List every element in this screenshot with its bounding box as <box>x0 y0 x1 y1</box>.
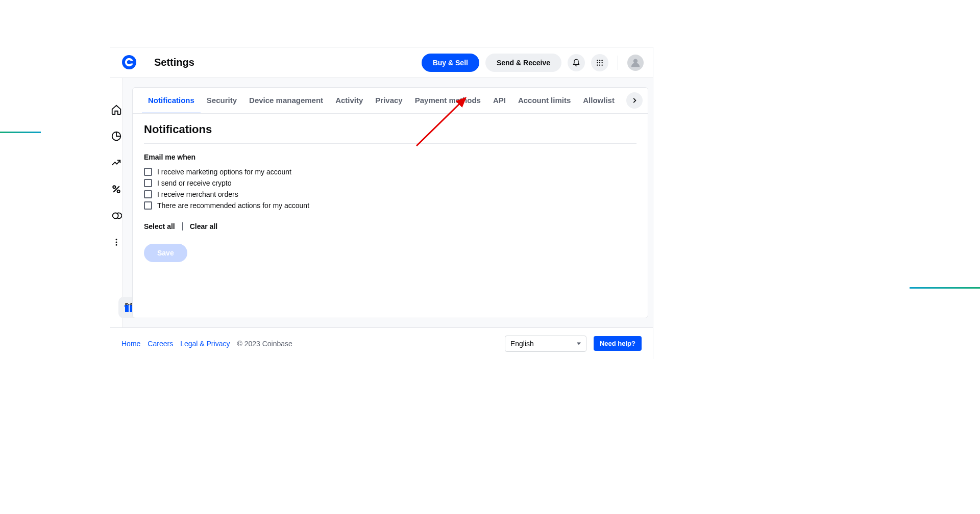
tabs-container: NotificationsSecurityDevice managementAc… <box>133 88 648 114</box>
svg-point-0 <box>122 55 136 69</box>
select-all-link[interactable]: Select all <box>144 222 175 230</box>
svg-point-14 <box>113 213 118 219</box>
main-content: NotificationsSecurityDevice managementAc… <box>123 78 653 327</box>
tab-security[interactable]: Security <box>201 88 243 113</box>
footer: Home Careers Legal & Privacy © 2023 Coin… <box>110 327 653 359</box>
circle-arrow-icon <box>111 210 122 221</box>
svg-point-12 <box>113 186 115 188</box>
divider <box>618 56 618 70</box>
tab-activity[interactable]: Activity <box>329 88 369 113</box>
sidebar-home[interactable] <box>110 104 122 116</box>
avatar-icon <box>630 58 641 68</box>
clear-all-link[interactable]: Clear all <box>190 222 217 230</box>
tab-notifications[interactable]: Notifications <box>142 88 201 113</box>
bell-icon <box>572 59 580 67</box>
svg-point-8 <box>599 64 600 65</box>
notifications-bell-button[interactable] <box>568 54 585 71</box>
app-window: Settings Buy & Sell Send & Receive <box>110 47 653 359</box>
pie-icon <box>111 131 122 142</box>
footer-link-legal[interactable]: Legal & Privacy <box>180 340 230 348</box>
save-button[interactable]: Save <box>144 244 187 262</box>
svg-point-9 <box>602 64 603 65</box>
page-title: Settings <box>154 57 194 68</box>
svg-point-4 <box>597 62 598 63</box>
svg-point-13 <box>117 190 120 193</box>
sidebar-trade[interactable] <box>110 157 122 169</box>
tab-account-limits[interactable]: Account limits <box>512 88 577 113</box>
buy-sell-button[interactable]: Buy & Sell <box>422 54 479 72</box>
sidebar-more[interactable] <box>110 236 122 248</box>
section-heading: Notifications <box>144 123 636 144</box>
footer-link-careers[interactable]: Careers <box>148 340 173 348</box>
apps-grid-button[interactable] <box>591 54 608 71</box>
sidebar-earn[interactable] <box>110 183 122 195</box>
settings-card: NotificationsSecurityDevice managementAc… <box>132 87 648 318</box>
sidebar-nav <box>110 78 123 327</box>
chevron-right-icon <box>631 97 638 104</box>
notification-option-row: I receive marketing options for my accou… <box>144 166 636 177</box>
options-list: I receive marketing options for my accou… <box>144 166 636 211</box>
brand-logo[interactable] <box>110 47 148 78</box>
svg-point-7 <box>597 64 598 65</box>
option-label: I receive merchant orders <box>157 190 238 198</box>
tabs-row: NotificationsSecurityDevice managementAc… <box>133 88 648 113</box>
notification-option-row: I receive merchant orders <box>144 189 636 200</box>
svg-point-16 <box>116 242 117 243</box>
decorative-gradient-right <box>910 287 980 289</box>
coinbase-logo-icon <box>122 55 136 69</box>
svg-point-15 <box>116 239 117 240</box>
more-vertical-icon <box>112 238 121 247</box>
checkbox[interactable] <box>144 179 152 187</box>
sidebar-assets[interactable] <box>110 130 122 142</box>
notification-option-row: I send or receive crypto <box>144 177 636 189</box>
tab-privacy[interactable]: Privacy <box>369 88 408 113</box>
tab-device-management[interactable]: Device management <box>243 88 329 113</box>
footer-copyright: © 2023 Coinbase <box>237 340 292 348</box>
user-avatar[interactable] <box>627 55 644 71</box>
divider <box>182 222 183 230</box>
sidebar-learn[interactable] <box>110 210 122 222</box>
checkbox[interactable] <box>144 168 152 176</box>
notification-option-row: There are recommended actions for my acc… <box>144 200 636 211</box>
trend-up-icon <box>111 157 122 168</box>
svg-point-6 <box>602 62 603 63</box>
svg-point-2 <box>599 60 600 61</box>
percent-icon <box>111 184 121 194</box>
checkbox[interactable] <box>144 190 152 198</box>
top-bar: Settings Buy & Sell Send & Receive <box>110 47 653 78</box>
language-select[interactable]: English <box>505 336 586 352</box>
footer-link-home[interactable]: Home <box>121 340 140 348</box>
option-label: I send or receive crypto <box>157 179 232 187</box>
checkbox[interactable] <box>144 201 152 210</box>
svg-point-3 <box>602 60 603 61</box>
svg-point-10 <box>633 59 638 63</box>
tab-allowlist[interactable]: Allowlist <box>577 88 621 113</box>
option-group-label: Email me when <box>144 153 636 161</box>
svg-rect-20 <box>129 305 130 312</box>
decorative-gradient-left <box>0 132 41 133</box>
apps-grid-icon <box>596 59 603 66</box>
svg-point-1 <box>597 60 598 61</box>
svg-point-5 <box>599 62 600 63</box>
help-button[interactable]: Need help? <box>594 336 642 351</box>
send-receive-button[interactable]: Send & Receive <box>485 54 561 72</box>
option-label: I receive marketing options for my accou… <box>157 168 291 176</box>
option-label: There are recommended actions for my acc… <box>157 201 309 210</box>
tab-api[interactable]: API <box>487 88 512 113</box>
home-icon <box>111 104 122 115</box>
tab-payment-methods[interactable]: Payment methods <box>409 88 487 113</box>
svg-point-17 <box>116 244 117 246</box>
bulk-select-row: Select all Clear all <box>144 222 636 230</box>
tabs-scroll-right-button[interactable] <box>626 92 643 109</box>
